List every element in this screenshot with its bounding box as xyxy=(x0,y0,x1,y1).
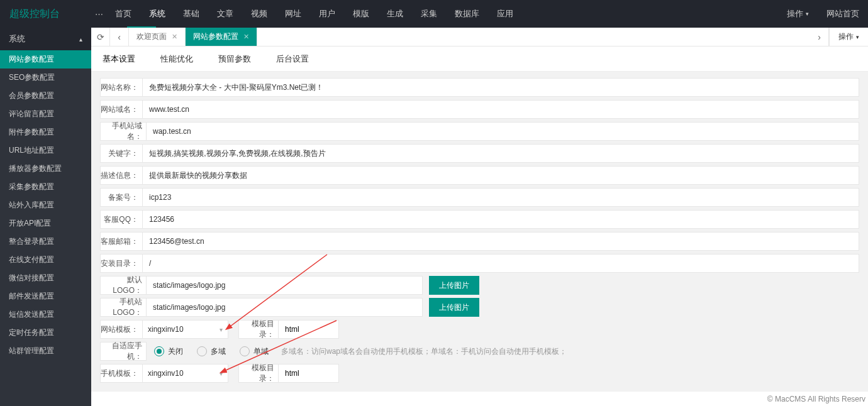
sidebar-item[interactable]: 网站参数配置 xyxy=(0,50,91,69)
label-install-dir: 安装目录： xyxy=(100,254,143,273)
footer: © MacCMS All Rights Reserv xyxy=(91,391,868,406)
topnav-article[interactable]: 文章 xyxy=(208,0,242,28)
tab-welcome[interactable]: 欢迎页面✕ xyxy=(129,28,186,46)
input-site-domain[interactable] xyxy=(143,100,859,119)
label-wap-tpl-dir: 模板目录： xyxy=(238,364,279,383)
topnav-database[interactable]: 数据库 xyxy=(446,0,488,28)
hint-adaptive: 多域名：访问wap域名会自动使用手机模板；单域名：手机访问会自动使用手机模板； xyxy=(281,346,567,357)
label-qq: 客服QQ： xyxy=(100,210,143,229)
label-keywords: 关键字： xyxy=(100,144,143,163)
chevron-down-icon: ▾ xyxy=(220,370,223,377)
label-email: 客服邮箱： xyxy=(100,232,143,251)
label-wap-logo: 手机站LOGO： xyxy=(100,298,147,317)
subnav-reserved[interactable]: 预留参数 xyxy=(218,53,251,65)
sidebar-item[interactable]: 定时任务配置 xyxy=(0,324,91,342)
topnav-collect[interactable]: 采集 xyxy=(412,0,446,28)
sidebar-item[interactable]: 站外入库配置 xyxy=(0,196,91,214)
input-icp[interactable] xyxy=(143,188,859,207)
input-install-dir[interactable] xyxy=(143,254,859,273)
chevron-down-icon: ▾ xyxy=(856,34,859,40)
sidebar-item[interactable]: 采集参数配置 xyxy=(0,178,91,196)
radio-adaptive-single[interactable]: 单域 xyxy=(240,346,269,357)
sidebar-item[interactable]: SEO参数配置 xyxy=(0,69,91,87)
top-ops[interactable]: 操作▾ xyxy=(778,8,818,19)
input-tpl-dir[interactable] xyxy=(279,320,339,339)
close-icon[interactable]: ✕ xyxy=(243,33,249,41)
label-wap-domain: 手机站域名： xyxy=(100,122,147,141)
sidebar-item[interactable]: 会员参数配置 xyxy=(0,87,91,105)
label-site-tpl: 网站模板： xyxy=(100,320,143,339)
sidebar-item[interactable]: 在线支付配置 xyxy=(0,251,91,269)
label-adaptive: 自适应手机： xyxy=(100,342,147,361)
topnav-basic[interactable]: 基础 xyxy=(174,0,208,28)
radio-adaptive-off[interactable]: 关闭 xyxy=(154,346,183,357)
topnav-user[interactable]: 用户 xyxy=(310,0,344,28)
tab-next-icon[interactable]: › xyxy=(810,28,829,46)
select-wap-tpl[interactable]: xingxinv10▾ xyxy=(143,364,228,383)
radio-adaptive-multi[interactable]: 多域 xyxy=(197,346,226,357)
input-wap-tpl-dir[interactable] xyxy=(279,364,339,383)
input-wap-logo[interactable] xyxy=(146,298,423,317)
sidebar-item[interactable]: URL地址配置 xyxy=(0,141,91,160)
tab-bar: ⟳ ‹ 欢迎页面✕ 网站参数配置✕ › 操作▾ xyxy=(91,28,868,47)
label-site-domain: 网站域名： xyxy=(100,100,143,119)
sidebar-item[interactable]: 站群管理配置 xyxy=(0,342,91,360)
upload-wap-logo-button[interactable]: 上传图片 xyxy=(429,298,479,317)
upload-logo-button[interactable]: 上传图片 xyxy=(429,276,479,295)
sidebar: 系统 ▴ 网站参数配置SEO参数配置会员参数配置评论留言配置附件参数配置URL地… xyxy=(0,28,91,406)
label-logo: 默认LOGO： xyxy=(100,276,147,295)
sidebar-item[interactable]: 播放器参数配置 xyxy=(0,160,91,178)
main: ⟳ ‹ 欢迎页面✕ 网站参数配置✕ › 操作▾ 基本设置 性能优化 预留参数 后… xyxy=(91,28,868,406)
form-area: 网站名称： 网站域名： 手机站域名： 关键字： 描述信息： 备案号： 客服QQ：… xyxy=(91,72,868,406)
topnav-generate[interactable]: 生成 xyxy=(378,0,412,28)
input-site-name[interactable] xyxy=(143,78,859,97)
tab-site-config[interactable]: 网站参数配置✕ xyxy=(186,28,257,46)
input-keywords[interactable] xyxy=(143,144,859,163)
input-wap-domain[interactable] xyxy=(147,122,859,141)
topnav-system[interactable]: 系统 xyxy=(140,0,174,28)
top-site-home[interactable]: 网站首页 xyxy=(818,8,868,19)
subnav-performance[interactable]: 性能优化 xyxy=(160,53,193,65)
topnav-url[interactable]: 网址 xyxy=(276,0,310,28)
close-icon[interactable]: ✕ xyxy=(172,33,177,41)
label-tpl-dir: 模板目录： xyxy=(238,320,279,339)
topnav-app[interactable]: 应用 xyxy=(488,0,522,28)
sidebar-item[interactable]: 评论留言配置 xyxy=(0,105,91,123)
input-email[interactable] xyxy=(143,232,859,251)
chevron-down-icon: ▾ xyxy=(806,11,809,17)
topnav-video[interactable]: 视频 xyxy=(242,0,276,28)
subnav-backend[interactable]: 后台设置 xyxy=(276,53,309,65)
sidebar-head[interactable]: 系统 ▴ xyxy=(0,28,91,50)
refresh-icon[interactable]: ⟳ xyxy=(91,28,110,46)
sidebar-item[interactable]: 短信发送配置 xyxy=(0,305,91,324)
sidebar-item[interactable]: 整合登录配置 xyxy=(0,233,91,251)
sidebar-item[interactable]: 邮件发送配置 xyxy=(0,287,91,305)
label-icp: 备案号： xyxy=(100,188,143,207)
topnav-template[interactable]: 模版 xyxy=(344,0,378,28)
tab-prev-icon[interactable]: ‹ xyxy=(110,28,129,46)
input-qq[interactable] xyxy=(143,210,859,229)
chevron-up-icon: ▴ xyxy=(79,36,82,43)
tab-ops[interactable]: 操作▾ xyxy=(829,28,868,46)
chevron-down-icon: ▾ xyxy=(220,326,223,333)
sub-nav: 基本设置 性能优化 预留参数 后台设置 xyxy=(91,47,868,72)
label-wap-tpl: 手机模板： xyxy=(100,364,143,383)
topnav-home[interactable]: 首页 xyxy=(106,0,140,28)
select-site-tpl[interactable]: xingxinv10▾ xyxy=(143,320,228,339)
label-site-name: 网站名称： xyxy=(100,78,143,97)
more-icon[interactable]: ⋯ xyxy=(91,9,106,19)
top-nav: 首页 系统 基础 文章 视频 网址 用户 模版 生成 采集 数据库 应用 xyxy=(106,0,522,28)
input-description[interactable] xyxy=(143,166,859,185)
sidebar-item[interactable]: 微信对接配置 xyxy=(0,269,91,287)
sidebar-item[interactable]: 开放API配置 xyxy=(0,214,91,233)
sidebar-item[interactable]: 附件参数配置 xyxy=(0,123,91,141)
brand-logo[interactable]: 超级控制台 xyxy=(0,8,91,21)
input-logo[interactable] xyxy=(146,276,423,295)
label-description: 描述信息： xyxy=(100,166,143,185)
subnav-basic[interactable]: 基本设置 xyxy=(103,53,135,65)
